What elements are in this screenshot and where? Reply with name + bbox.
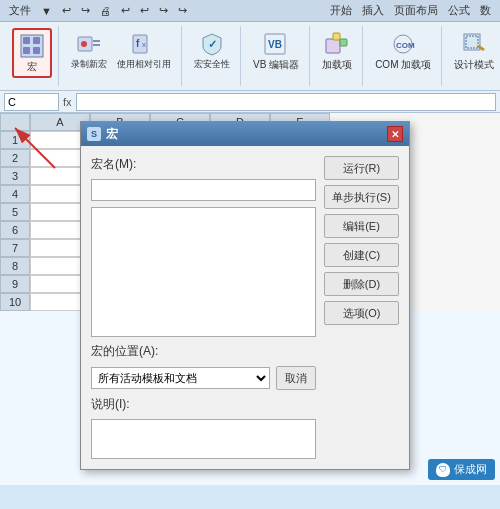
dialog-body: 宏名(M): 宏的位置(A): 所有活动模板和文档 取消 说明(I): [81, 146, 409, 469]
name-box[interactable] [4, 93, 59, 111]
step-button[interactable]: 单步执行(S) [324, 185, 399, 209]
svg-point-6 [81, 41, 87, 47]
svg-text:✓: ✓ [208, 38, 217, 50]
description-label: 说明(I): [91, 396, 316, 413]
row-7: 7 [0, 239, 30, 257]
formula-icon: fx [63, 96, 72, 108]
dialog-titlebar: S 宏 ✕ [81, 122, 409, 146]
addins-icon [323, 30, 351, 58]
redo-btn[interactable]: ↪ [78, 3, 93, 18]
svg-rect-2 [33, 37, 40, 44]
dialog-icon-text: S [91, 129, 97, 139]
row-9: 9 [0, 275, 30, 293]
location-row: 宏的位置(A): [91, 343, 316, 360]
record-macro-label: 录制新宏 [71, 58, 107, 71]
run-button[interactable]: 运行(R) [324, 156, 399, 180]
description-textarea[interactable] [91, 419, 316, 459]
watermark-text: 保成网 [454, 462, 487, 477]
addins-group: 加载项 [312, 26, 363, 86]
row-5: 5 [0, 203, 30, 221]
formula-bar: fx [0, 91, 500, 113]
location-select[interactable]: 所有活动模板和文档 [91, 367, 270, 389]
redo3-btn[interactable]: ↪ [175, 3, 190, 18]
page-layout-tab[interactable]: 页面布局 [391, 2, 441, 19]
undo2-btn[interactable]: ↩ [118, 3, 133, 18]
relative-ref-label: 使用相对引用 [117, 58, 171, 71]
watermark: 🛡 保成网 [428, 459, 495, 480]
svg-rect-7 [93, 40, 100, 42]
delete-button[interactable]: 删除(D) [324, 272, 399, 296]
formula-input[interactable] [76, 93, 496, 111]
edit-button[interactable]: 编辑(E) [324, 214, 399, 238]
print-btn[interactable]: 🖨 [97, 4, 114, 18]
svg-text:x: x [142, 40, 146, 49]
svg-text:VB: VB [268, 39, 282, 50]
security-group: ✓ 宏安全性 [184, 26, 241, 86]
ribbon-toolbar: 宏 录制新宏 [0, 22, 500, 90]
create-button[interactable]: 创建(C) [324, 243, 399, 267]
svg-rect-8 [93, 44, 100, 46]
design-mode-icon [460, 30, 488, 58]
dropdown-arrow[interactable]: ▼ [38, 4, 55, 18]
macro-security-label: 宏安全性 [194, 58, 230, 71]
cancel-button[interactable]: 取消 [276, 366, 316, 390]
design-mode-label: 设计模式 [454, 58, 494, 72]
relative-ref-btn[interactable]: f x 使用相对引用 [113, 28, 175, 73]
location-label: 宏的位置(A): [91, 343, 158, 360]
macro-name-input[interactable] [91, 179, 316, 201]
macro-security-btn[interactable]: ✓ 宏安全性 [190, 28, 234, 73]
row-1: 1 [0, 131, 30, 149]
undo3-btn[interactable]: ↩ [137, 3, 152, 18]
record-group: 录制新宏 f x 使用相对引用 [61, 26, 182, 86]
svg-rect-1 [23, 37, 30, 44]
dialog-title-text: 宏 [106, 126, 118, 143]
dialog-left-panel: 宏名(M): 宏的位置(A): 所有活动模板和文档 取消 说明(I): [91, 156, 316, 459]
data-tab[interactable]: 数 [477, 2, 494, 19]
start-tab[interactable]: 开始 [327, 2, 355, 19]
com-addins-label: COM 加载项 [375, 58, 431, 72]
addins-label: 加载项 [322, 58, 352, 72]
formula-tab[interactable]: 公式 [445, 2, 473, 19]
file-menu[interactable]: 文件 [6, 2, 34, 19]
dialog-right-panel: 运行(R) 单步执行(S) 编辑(E) 创建(C) 删除(D) 选项(O) [324, 156, 399, 459]
macro-security-icon: ✓ [198, 30, 226, 58]
redo2-btn[interactable]: ↪ [156, 3, 171, 18]
corner-cell [0, 113, 30, 131]
ribbon: 宏 录制新宏 [0, 22, 500, 91]
design-group: 设计模式 [444, 26, 500, 86]
location-select-row: 所有活动模板和文档 取消 [91, 366, 316, 390]
options-button[interactable]: 选项(O) [324, 301, 399, 325]
svg-rect-15 [326, 39, 340, 53]
svg-rect-17 [340, 39, 347, 46]
vb-editor-btn[interactable]: VB VB 编辑器 [249, 28, 303, 74]
spreadsheet-area: fx A B C D E 1 2 3 4 5 [0, 91, 500, 485]
relative-ref-icon: f x [130, 30, 158, 58]
addins-btn[interactable]: 加载项 [318, 28, 356, 74]
row-8: 8 [0, 257, 30, 275]
macro-name-label: 宏名(M): [91, 156, 316, 173]
undo-btn[interactable]: ↩ [59, 3, 74, 18]
com-group: COM COM 加载项 [365, 26, 442, 86]
macro-dialog[interactable]: S 宏 ✕ 宏名(M): 宏的位置(A): 所有活动模板和文档 [80, 121, 410, 470]
com-addins-btn[interactable]: COM COM 加载项 [371, 28, 435, 74]
vb-group: VB VB 编辑器 [243, 26, 310, 86]
design-mode-btn[interactable]: 设计模式 [450, 28, 498, 74]
watermark-shield-icon: 🛡 [436, 463, 450, 477]
svg-rect-16 [333, 33, 340, 40]
macro-listbox[interactable] [91, 207, 316, 337]
insert-tab[interactable]: 插入 [359, 2, 387, 19]
svg-text:COM: COM [396, 41, 415, 50]
svg-rect-4 [33, 47, 40, 54]
dialog-close-button[interactable]: ✕ [387, 126, 403, 142]
record-macro-icon [75, 30, 103, 58]
row-6: 6 [0, 221, 30, 239]
dialog-app-icon: S [87, 127, 101, 141]
record-macro-btn[interactable]: 录制新宏 [67, 28, 111, 73]
dialog-title-left: S 宏 [87, 126, 118, 143]
macro-group: 宏 [6, 26, 59, 86]
quick-access-bar: 文件 ▼ ↩ ↪ 🖨 ↩ ↩ ↪ ↪ 开始 插入 页面布局 公式 数 [0, 0, 500, 22]
row-2: 2 [0, 149, 30, 167]
row-4: 4 [0, 185, 30, 203]
macro-button[interactable]: 宏 [12, 28, 52, 78]
macro-label: 宏 [27, 60, 37, 74]
